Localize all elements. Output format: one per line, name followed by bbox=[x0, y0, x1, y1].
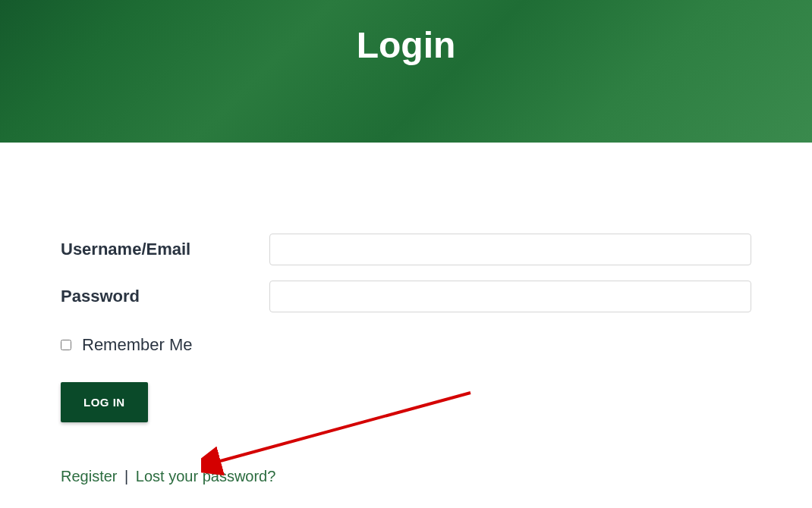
username-input[interactable] bbox=[269, 234, 751, 265]
password-row: Password bbox=[61, 281, 751, 312]
page-title: Login bbox=[357, 24, 456, 66]
password-input[interactable] bbox=[269, 281, 751, 312]
login-button[interactable]: LOG IN bbox=[61, 382, 148, 422]
link-separator: | bbox=[124, 468, 128, 484]
register-link[interactable]: Register bbox=[61, 468, 117, 484]
password-label: Password bbox=[61, 287, 269, 306]
lost-password-link[interactable]: Lost your password? bbox=[136, 468, 276, 484]
remember-checkbox[interactable] bbox=[61, 340, 71, 350]
remember-label: Remember Me bbox=[82, 335, 192, 355]
remember-row: Remember Me bbox=[61, 335, 751, 355]
username-label: Username/Email bbox=[61, 240, 269, 259]
auth-links: Register | Lost your password? bbox=[61, 468, 751, 485]
username-row: Username/Email bbox=[61, 234, 751, 265]
hero-banner: Login bbox=[0, 0, 812, 143]
login-form: Username/Email Password Remember Me LOG … bbox=[0, 143, 812, 485]
